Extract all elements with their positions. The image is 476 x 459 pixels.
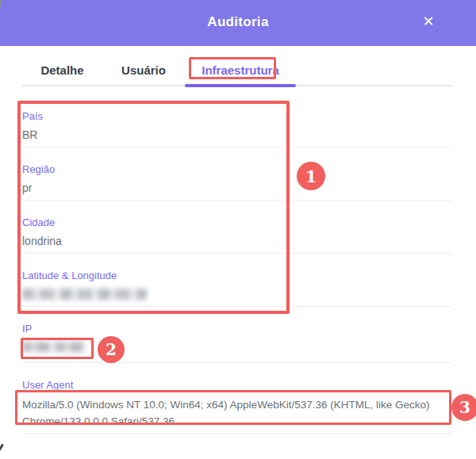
tab-usuario[interactable]: Usuário: [102, 55, 185, 85]
field-label: User Agent: [22, 380, 452, 390]
edge-artifact: [0, 0, 2, 7]
field-label: Cidade: [22, 217, 452, 228]
annotation-marker-3: 3: [451, 394, 476, 421]
tab-detalhe[interactable]: Detalhe: [22, 55, 102, 85]
modal-title: Auditoria: [0, 0, 476, 44]
redacted-value-blob: [22, 342, 86, 352]
field-user-agent: User AgentMozilla/5.0 (Windows NT 10.0; …: [22, 363, 452, 434]
tab-infraestrutura[interactable]: Infraestrutura: [185, 55, 296, 85]
field-regiao: Regiãopr: [22, 147, 452, 201]
close-icon[interactable]: ✕: [420, 11, 436, 32]
field-pais: PaísBR: [22, 94, 452, 147]
field-label: IP: [22, 323, 452, 334]
cursor-artifact: [0, 444, 4, 458]
field-lat-long: Latitude & Longitude: [22, 254, 452, 307]
field-value: pr: [22, 182, 452, 193]
field-label: Região: [22, 164, 452, 174]
redacted-value-blob: [22, 289, 147, 300]
field-ip: IP: [22, 307, 452, 363]
tab-bar: DetalheUsuárioInfraestrutura: [22, 55, 452, 86]
field-label: País: [22, 111, 452, 121]
field-value: Mozilla/5.0 (Windows NT 10.0; Win64; x64…: [22, 396, 452, 430]
modal-header: Auditoria ✕: [0, 0, 476, 46]
field-value: londrina: [22, 235, 452, 247]
fields-list: PaísBRRegiãoprCidadelondrinaLatitude & L…: [22, 94, 452, 434]
field-label: Latitude & Longitude: [22, 270, 452, 281]
field-cidade: Cidadelondrina: [22, 201, 452, 254]
field-value: BR: [22, 129, 452, 140]
